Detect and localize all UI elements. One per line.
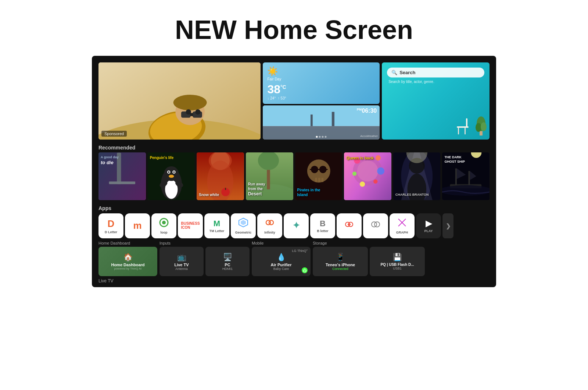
app-icon: BUSINESSICON bbox=[181, 221, 200, 230]
app-tm-letter[interactable]: M TM Letter bbox=[204, 213, 229, 238]
weather-condition: Fair Day bbox=[267, 77, 286, 81]
svg-point-5 bbox=[173, 95, 207, 111]
app-icon bbox=[344, 219, 354, 232]
recommended-section: Recommended A good dayto die bbox=[98, 142, 490, 202]
hero-middle: ☀️ Fair Day 38°C ↓ 24° ↑ 53° bbox=[263, 62, 380, 140]
home-dashboard-sub: powered by ThinQ AI bbox=[114, 267, 142, 270]
svg-point-61 bbox=[352, 171, 356, 176]
app-v-icon[interactable]: ✦ bbox=[284, 213, 309, 238]
app-label: D Letter bbox=[105, 230, 117, 234]
search-bar[interactable]: 🔍 Search bbox=[387, 68, 484, 77]
app-icon: B bbox=[320, 219, 326, 228]
app-link-icon[interactable] bbox=[337, 213, 362, 238]
accu-weather-label: AccuWeather bbox=[360, 134, 378, 138]
app-icon: ✦ bbox=[293, 220, 300, 231]
rec-card-5[interactable]: Pirates in theIsland bbox=[295, 152, 343, 200]
home-dashboard-section: Home Dashboard 🏠 Home Dashboard powered … bbox=[98, 241, 157, 276]
app-icon bbox=[397, 217, 407, 230]
svg-rect-13 bbox=[311, 115, 313, 126]
rec-card-6[interactable]: Queen is back bbox=[344, 152, 391, 200]
app-icon: ▶ bbox=[426, 219, 432, 228]
mobile-section: Mobile LG ThinQ° 💧 Air Purifier Baby Car… bbox=[252, 241, 311, 276]
home-icon: 🏠 bbox=[123, 253, 133, 261]
usb-sub: USB1 bbox=[393, 267, 402, 270]
svg-rect-74 bbox=[455, 169, 457, 185]
svg-rect-75 bbox=[469, 171, 470, 185]
recommended-row: A good dayto die Penguin's life bbox=[98, 152, 490, 200]
carousel-dot bbox=[325, 136, 327, 138]
app-loop[interactable]: loop bbox=[151, 213, 176, 238]
app-geometric[interactable]: Geometric bbox=[231, 213, 256, 238]
app-icon bbox=[265, 217, 275, 230]
sponsored-banner[interactable]: Sponsored bbox=[98, 62, 261, 140]
rec-card-4[interactable]: Run awayfrom theDesert bbox=[246, 152, 293, 200]
svg-rect-43 bbox=[225, 188, 226, 190]
app-business-icon[interactable]: BUSINESSICON bbox=[178, 213, 203, 238]
weather-icon: ☀️ bbox=[267, 66, 286, 76]
app-play[interactable]: ▶ PLAY bbox=[416, 213, 441, 238]
rec-card-8[interactable]: THE DARKGHOST SHIP bbox=[442, 152, 490, 200]
app-m-letter[interactable]: m bbox=[125, 213, 150, 238]
weather-card[interactable]: ☀️ Fair Day 38°C ↓ 24° ↑ 53° bbox=[263, 62, 380, 104]
apps-scroll-right[interactable]: ❯ bbox=[442, 213, 453, 238]
svg-point-80 bbox=[162, 221, 166, 224]
app-label: GRAPH bbox=[396, 231, 408, 234]
svg-rect-53 bbox=[318, 178, 320, 182]
carousel-dot bbox=[322, 136, 324, 138]
app-graph[interactable]: GRAPH bbox=[390, 213, 415, 238]
app-icon: D bbox=[108, 218, 115, 230]
air-purifier-card[interactable]: LG ThinQ° 💧 Air Purifier Baby Care ⏻ bbox=[252, 247, 311, 276]
rec-card-3[interactable]: Snow white bbox=[197, 152, 244, 200]
inputs-section: Inputs 📺 Live TV Antenna 🖥️ PC HDMI1 bbox=[159, 241, 250, 276]
svg-point-10 bbox=[195, 109, 200, 115]
svg-rect-17 bbox=[466, 118, 467, 128]
svg-rect-14 bbox=[332, 112, 334, 126]
page-title: NEW Home Screen bbox=[0, 15, 588, 45]
rec-card-2[interactable]: Penguin's life bbox=[148, 152, 195, 200]
svg-point-33 bbox=[168, 171, 169, 173]
iphone-card[interactable]: 📱 Teneo's iPhone Connected bbox=[313, 247, 368, 276]
usb-card[interactable]: 💾 PQ | USB Flash D... USB1 bbox=[370, 247, 425, 276]
svg-marker-82 bbox=[241, 220, 246, 225]
search-panel[interactable]: 🔍 Search Search by title, actor, genre. bbox=[382, 62, 490, 140]
app-b-letter[interactable]: B B letter bbox=[310, 213, 335, 238]
svg-point-22 bbox=[476, 123, 481, 132]
rec-card-1[interactable]: A good dayto die bbox=[98, 152, 146, 200]
app-d-letter[interactable]: D D Letter bbox=[98, 213, 123, 238]
storage-section: Storage 📱 Teneo's iPhone Connected 💾 PQ … bbox=[313, 241, 425, 276]
inputs-label: Inputs bbox=[159, 241, 250, 245]
svg-point-58 bbox=[357, 160, 378, 181]
rec-card-7[interactable]: CHARLES BRANTON bbox=[393, 152, 441, 200]
svg-point-64 bbox=[373, 180, 377, 184]
app-icon bbox=[159, 217, 169, 230]
monitor-icon: 🖥️ bbox=[223, 253, 232, 261]
home-dashboard-card[interactable]: 🏠 Home Dashboard powered by ThinQ AI bbox=[98, 247, 157, 276]
svg-point-34 bbox=[173, 171, 175, 173]
purifier-title: Air Purifier bbox=[271, 263, 292, 267]
weather-temp: 38°C bbox=[267, 83, 286, 96]
carousel-dots bbox=[316, 136, 327, 138]
live-tv-input[interactable]: 📺 Live TV Antenna bbox=[159, 247, 204, 276]
app-cc-icon[interactable] bbox=[363, 213, 388, 238]
tv-screen: Sponsored ☀️ Fair Day 38°C ↓ 24° ↑ 53° bbox=[92, 56, 496, 287]
storage-label: Storage bbox=[313, 241, 425, 245]
pc-input[interactable]: 🖥️ PC HDMI1 bbox=[205, 247, 250, 276]
search-icon: 🔍 bbox=[391, 70, 397, 75]
app-icon: M bbox=[214, 219, 220, 228]
app-label: B letter bbox=[317, 229, 328, 233]
landscape-card[interactable]: PM06:30 AccuWeather bbox=[263, 105, 380, 140]
recommended-label: Recommended bbox=[98, 145, 490, 151]
weather-range: ↓ 24° ↑ 53° bbox=[267, 96, 286, 100]
home-dashboard-section-label: Home Dashboard bbox=[98, 241, 157, 245]
app-icon: m bbox=[133, 220, 141, 231]
live-tv-title: Live TV bbox=[174, 263, 189, 267]
phone-icon: 📱 bbox=[336, 253, 345, 261]
svg-rect-52 bbox=[315, 178, 317, 182]
home-dashboard-title: Home Dashboard bbox=[111, 263, 144, 267]
mobile-label: Mobile bbox=[252, 241, 311, 245]
app-infinity[interactable]: Infinity bbox=[257, 213, 282, 238]
app-label: TM Letter bbox=[209, 229, 225, 233]
rec-title-7: CHARLES BRANTON bbox=[395, 193, 438, 197]
rec-title-5: Pirates in theIsland bbox=[297, 188, 340, 197]
rec-title-8: THE DARKGHOST SHIP bbox=[444, 155, 487, 164]
